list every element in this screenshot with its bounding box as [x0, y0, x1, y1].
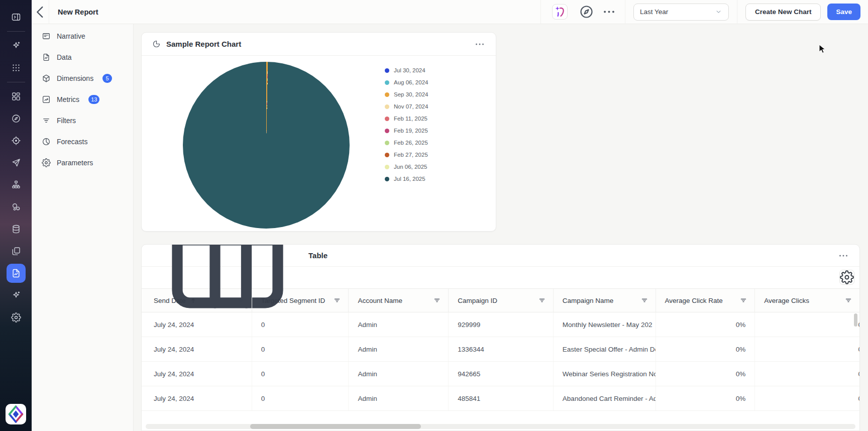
legend-label: Aug 06, 2024: [394, 79, 428, 85]
rail-item-report-doc[interactable]: [7, 264, 26, 283]
table-row[interactable]: July 24, 20240Admin929999Monthly Newslet…: [142, 312, 859, 337]
sidebar-item-data[interactable]: Data: [36, 47, 129, 67]
gear-icon: [840, 270, 854, 284]
sidebar-item-parameters[interactable]: Parameters: [36, 153, 129, 173]
shapes-icon: [11, 202, 21, 212]
table-cell: July 24, 2024: [145, 337, 252, 361]
table-cell: Admin: [349, 312, 449, 337]
date-range-select[interactable]: Last Year: [633, 4, 729, 21]
mouse-cursor: [819, 44, 827, 54]
legend-label: Jun 06, 2025: [394, 164, 427, 170]
sidebar-item-dimensions[interactable]: Dimensions5: [36, 68, 129, 88]
filter-icon[interactable]: [333, 296, 341, 304]
sidebar-item-narrative[interactable]: Narrative: [36, 26, 129, 46]
filter-icon[interactable]: [538, 296, 546, 304]
column-header-targeted-segment-id[interactable]: Targeted Segment ID: [252, 289, 349, 312]
app-logo[interactable]: [6, 404, 26, 424]
column-label: Account Name: [358, 297, 402, 304]
horizontal-scrollbar-thumb[interactable]: [250, 424, 421, 429]
table-row[interactable]: July 24, 20240Admin1336344Easter Special…: [142, 337, 859, 362]
rail-item-target[interactable]: [7, 131, 26, 150]
chart-card-menu-button[interactable]: [474, 38, 486, 50]
legend-item[interactable]: Feb 27, 2025: [385, 149, 428, 161]
legend-item[interactable]: Sep 30, 2024: [385, 88, 428, 100]
table-cell: July 24, 2024: [145, 312, 252, 337]
back-button[interactable]: [32, 0, 49, 24]
table-row[interactable]: July 24, 20240Admin485841Abandoned Cart …: [142, 386, 859, 411]
legend-item[interactable]: Nov 07, 2024: [385, 100, 428, 113]
table-cell: Admin: [349, 386, 449, 410]
table-settings-button[interactable]: [839, 270, 854, 285]
chart-card: Sample Report Chart Jul 30, 2024Aug 06, …: [141, 32, 496, 232]
legend-swatch: [385, 129, 389, 133]
sitemap-icon: [11, 180, 21, 190]
legend-swatch: [385, 92, 389, 97]
rail-item-panel-toggle[interactable]: [7, 8, 26, 27]
chart-card-title: Sample Report Chart: [166, 40, 241, 48]
vertical-scrollbar-thumb[interactable]: [854, 313, 857, 327]
sparkles-icon: [11, 41, 21, 51]
column-header-average-clicks[interactable]: Average Clicks: [755, 289, 859, 312]
legend-item[interactable]: Feb 26, 2025: [385, 137, 428, 149]
table-cell: 0: [755, 362, 859, 386]
rail-item-gear[interactable]: [7, 308, 26, 327]
save-button[interactable]: Save: [827, 4, 860, 20]
legend-label: Jul 16, 2025: [394, 176, 425, 182]
filter-icon[interactable]: [237, 296, 245, 304]
filter-icon[interactable]: [739, 296, 747, 304]
rail-item-sitemap[interactable]: [7, 175, 26, 194]
report-sidebar: NarrativeDataDimensions5Metrics13Filters…: [32, 24, 134, 431]
column-header-average-click-rate[interactable]: Average Click Rate: [656, 289, 755, 312]
legend-label: Nov 07, 2024: [394, 103, 428, 110]
sidebar-item-label: Forecasts: [57, 138, 87, 146]
table-cell: 0%: [656, 386, 755, 410]
table-cell: 0: [252, 386, 349, 410]
table-cell: 0: [252, 337, 349, 361]
table-toolbar: [142, 267, 859, 288]
page-title: New Report: [58, 8, 98, 16]
filter-icon[interactable]: [844, 296, 852, 304]
more-options-button[interactable]: [601, 4, 617, 20]
rail-item-pages[interactable]: [7, 242, 26, 261]
create-new-chart-button[interactable]: Create New Chart: [745, 4, 821, 21]
rail-item-sparkles[interactable]: [7, 286, 26, 305]
legend-swatch: [385, 177, 389, 181]
table-row[interactable]: July 24, 20240Admin942665Webinar Series …: [142, 362, 859, 386]
rail-item-dashboard[interactable]: [7, 87, 26, 106]
column-header-account-name[interactable]: Account Name: [349, 289, 449, 312]
legend-item[interactable]: Jul 30, 2024: [385, 64, 428, 76]
compass-button[interactable]: [579, 4, 594, 20]
sidebar-item-label: Filters: [57, 117, 76, 125]
legend-item[interactable]: Feb 11, 2025: [385, 113, 428, 125]
legend-label: Feb 27, 2025: [394, 152, 428, 158]
legend-item[interactable]: Jun 06, 2025: [385, 161, 428, 173]
legend-swatch: [385, 165, 389, 169]
ai-assistant-button[interactable]: [552, 4, 568, 20]
table-card-menu-button[interactable]: [837, 250, 849, 262]
column-header-campaign-name[interactable]: Campaign Name: [554, 289, 656, 312]
legend-label: Feb 26, 2025: [394, 140, 428, 146]
rail-item-compass[interactable]: [7, 109, 26, 128]
rail-item-database[interactable]: [7, 220, 26, 239]
dashboard-icon: [11, 91, 21, 101]
table-card-title: Table: [308, 251, 328, 260]
sidebar-item-metrics[interactable]: Metrics13: [36, 89, 129, 110]
column-header-campaign-id[interactable]: Campaign ID: [449, 289, 554, 312]
legend-item[interactable]: Feb 19, 2025: [385, 125, 428, 137]
rail-item-shapes[interactable]: [7, 197, 26, 217]
sidebar-item-filters[interactable]: Filters: [36, 111, 129, 131]
filter-icon[interactable]: [433, 296, 441, 304]
legend-item[interactable]: Aug 06, 2024: [385, 76, 428, 88]
table-cell: 0: [755, 312, 859, 337]
rail-item-sparkles[interactable]: [7, 36, 26, 55]
rail-item-dots-grid[interactable]: [7, 58, 26, 77]
top-bar: New Report Last Year Create New Chart Sa…: [32, 0, 868, 24]
filter-icon[interactable]: [640, 296, 648, 304]
pie-chart[interactable]: [183, 62, 350, 229]
forecasts-icon: [42, 137, 51, 146]
rail-item-send[interactable]: [7, 153, 26, 172]
legend-item[interactable]: Jul 16, 2025: [385, 173, 428, 185]
sidebar-item-forecasts[interactable]: Forecasts: [36, 132, 129, 152]
horizontal-scrollbar-track[interactable]: [146, 424, 855, 429]
column-header-send-date[interactable]: Send Date: [145, 289, 252, 312]
